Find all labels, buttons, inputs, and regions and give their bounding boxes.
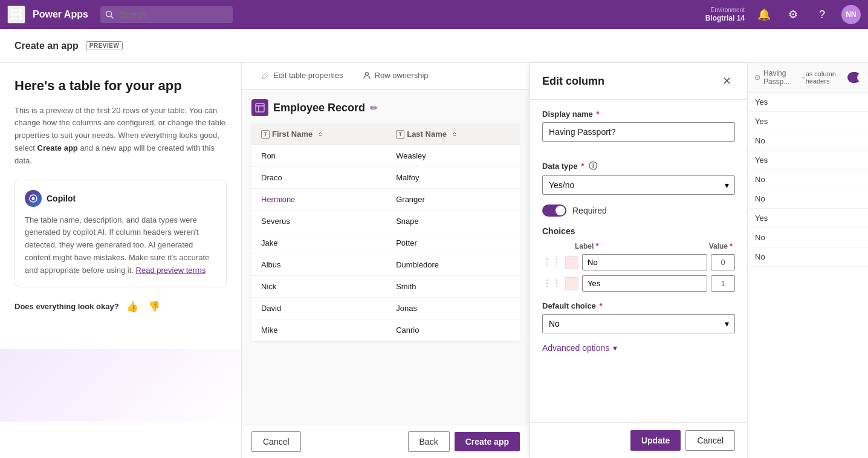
svg-rect-3 xyxy=(11,13,14,16)
waffle-menu-button[interactable] xyxy=(7,5,25,24)
data-type-group: Data type * ⓘ Yes/no Text Number Date Ch… xyxy=(542,161,735,195)
tab-row-ownership[interactable]: Row ownership xyxy=(353,63,438,90)
choices-group: Choices Label * Value * ⋮⋮ xyxy=(542,226,735,292)
list-item[interactable]: No xyxy=(748,189,868,209)
main-layout: Here's a table for your app This is a pr… xyxy=(0,63,868,458)
page-title: Create an app xyxy=(15,41,79,51)
cell-last-name: Granger xyxy=(386,189,520,211)
list-item[interactable]: No xyxy=(748,131,868,151)
required-toggle-label: Required xyxy=(572,206,607,215)
required-toggle[interactable] xyxy=(542,204,566,217)
display-name-label: Display name * xyxy=(542,110,735,119)
thumbs-up-button[interactable]: 👍 xyxy=(124,299,141,313)
drag-handle-yes[interactable]: ⋮⋮ xyxy=(542,278,562,289)
env-name: Blogtrial 14 xyxy=(705,14,745,24)
table-row: AlbusDumbledore xyxy=(251,254,520,276)
chevron-down-icon: ▾ xyxy=(613,343,617,353)
create-app-button[interactable]: Create app xyxy=(455,432,520,451)
col-toggle-wrap: as column headers xyxy=(806,70,861,85)
tabs-bar: Edit table properties Row ownership xyxy=(242,63,530,90)
cell-last-name: Smith xyxy=(386,276,520,298)
color-swatch-no[interactable] xyxy=(565,256,578,269)
choices-label: Choices xyxy=(542,226,735,236)
edit-panel-footer: Update Cancel xyxy=(530,422,747,458)
cancel-button[interactable]: Cancel xyxy=(251,431,301,452)
preview-terms-link[interactable]: Read preview terms xyxy=(136,266,206,275)
list-item[interactable]: No xyxy=(748,170,868,189)
column-headers-toggle[interactable] xyxy=(847,72,861,83)
search-input[interactable] xyxy=(100,6,233,23)
help-button[interactable]: ? xyxy=(812,5,832,24)
left-panel: Here's a table for your app This is a pr… xyxy=(0,63,242,458)
choice-label-input-no[interactable] xyxy=(582,254,707,270)
svg-rect-6 xyxy=(11,17,14,20)
edit-panel-header: Edit column ✕ xyxy=(530,63,747,100)
center-content: Edit table properties Row ownership xyxy=(242,63,530,458)
choice-value-input-yes[interactable] xyxy=(711,275,735,292)
display-name-input[interactable] xyxy=(542,122,735,142)
decoration-bottom xyxy=(0,349,241,422)
feedback-label: Does everything look okay? xyxy=(15,302,119,311)
copilot-title: Copilot xyxy=(47,194,76,203)
back-button[interactable]: Back xyxy=(408,431,450,452)
default-choice-select[interactable]: No Yes xyxy=(542,314,735,333)
list-item[interactable]: Yes xyxy=(748,209,868,228)
advanced-options-link[interactable]: Advanced options ▾ xyxy=(542,343,735,353)
thumbs-down-button[interactable]: 👎 xyxy=(146,299,163,313)
cancel-edit-button[interactable]: Cancel xyxy=(685,430,735,451)
close-edit-panel-button[interactable]: ✕ xyxy=(718,73,735,90)
tab-ownership-label: Row ownership xyxy=(375,71,429,80)
cell-last-name: Canrio xyxy=(386,319,520,341)
list-item[interactable]: No xyxy=(748,228,868,247)
column-values-list: YesYesNoYesNoNoYesNoNo xyxy=(748,93,868,267)
copilot-card: Copilot The table name, description, and… xyxy=(15,180,227,287)
svg-rect-5 xyxy=(19,13,22,16)
last-name-type-icon: T xyxy=(396,130,404,139)
column-header-label: Having Passp... xyxy=(755,69,806,86)
cell-first-name: Mike xyxy=(251,319,386,341)
col-header-last-name[interactable]: T Last Name xyxy=(386,123,520,145)
list-item[interactable]: No xyxy=(748,247,868,267)
list-item[interactable]: Yes xyxy=(748,151,868,170)
search-container xyxy=(100,6,403,23)
subheader: Create an app PREVIEW xyxy=(0,29,868,63)
svg-rect-14 xyxy=(256,103,264,112)
col-dropdown-icon[interactable] xyxy=(802,74,806,80)
drag-handle-no[interactable]: ⋮⋮ xyxy=(542,257,562,268)
edit-icon xyxy=(261,71,270,80)
default-choice-group: Default choice * No Yes ▾ xyxy=(542,301,735,333)
copilot-header: Copilot xyxy=(25,190,216,207)
table-title-icon xyxy=(251,99,268,116)
cell-first-name: Nick xyxy=(251,276,386,298)
ownership-icon xyxy=(363,71,371,80)
choice-row-no: ⋮⋮ xyxy=(542,254,735,270)
cell-last-name: Jonas xyxy=(386,298,520,319)
choice-label-input-yes[interactable] xyxy=(582,275,707,292)
list-item[interactable]: Yes xyxy=(748,93,868,112)
notification-button[interactable]: 🔔 xyxy=(754,5,774,24)
required-toggle-row: Required xyxy=(542,204,735,217)
avatar[interactable]: NN xyxy=(841,5,861,24)
edit-table-title-button[interactable]: ✏ xyxy=(370,102,378,114)
col-header-first-name[interactable]: T First Name xyxy=(251,123,386,145)
data-type-select[interactable]: Yes/no Text Number Date Choice xyxy=(542,175,735,195)
default-choice-label: Default choice * xyxy=(542,301,735,310)
cell-first-name: David xyxy=(251,298,386,319)
tab-edit-table[interactable]: Edit table properties xyxy=(251,63,353,90)
cta-inline: Create app xyxy=(37,143,78,152)
svg-rect-1 xyxy=(15,9,18,12)
cell-first-name: Ron xyxy=(251,145,386,167)
yesno-col-icon xyxy=(755,74,760,81)
table-row: MikeCanrio xyxy=(251,319,520,341)
table-row: DavidJonas xyxy=(251,298,520,319)
choice-value-input-no[interactable] xyxy=(711,254,735,270)
settings-button[interactable]: ⚙ xyxy=(783,5,803,24)
data-type-select-wrap: Yes/no Text Number Date Choice ▾ xyxy=(542,175,735,195)
color-swatch-yes[interactable] xyxy=(565,277,578,290)
left-panel-description: This is a preview of the first 20 rows o… xyxy=(15,105,227,168)
data-type-label: Data type * ⓘ xyxy=(542,161,735,172)
choices-header: Label * Value * xyxy=(542,242,735,250)
svg-rect-7 xyxy=(15,17,18,20)
list-item[interactable]: Yes xyxy=(748,112,868,131)
update-button[interactable]: Update xyxy=(630,430,681,451)
